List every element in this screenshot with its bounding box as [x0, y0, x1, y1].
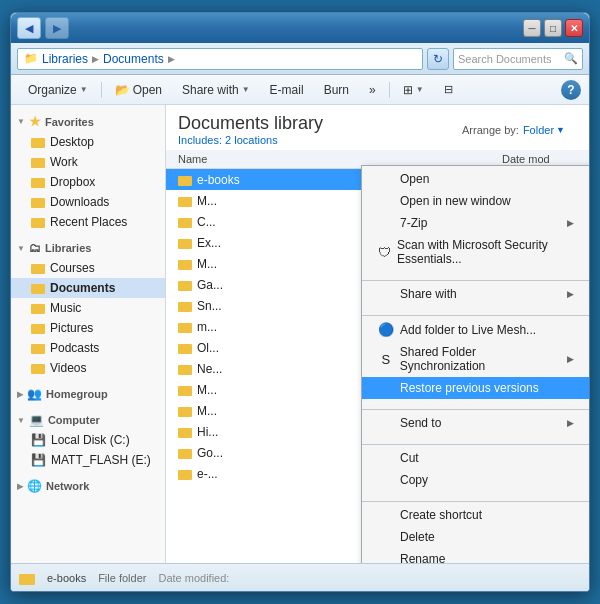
- column-date[interactable]: Date mod: [502, 153, 577, 165]
- sidebar-item-videos[interactable]: Videos: [11, 358, 165, 378]
- view-button[interactable]: ⊞ ▼: [394, 79, 433, 101]
- ctx-item-arrow-icon: ▶: [567, 354, 574, 364]
- context-menu-item-10[interactable]: [362, 399, 589, 407]
- sidebar-item-local-disk[interactable]: 💾 Local Disk (C:): [11, 430, 165, 450]
- ctx-item-label: Copy: [400, 473, 428, 487]
- libraries-header[interactable]: ▼ 🗂 Libraries: [11, 238, 165, 258]
- breadcrumb-libraries[interactable]: Libraries: [42, 52, 88, 66]
- sidebar-item-courses[interactable]: Courses: [11, 258, 165, 278]
- courses-folder-icon: [31, 262, 45, 274]
- breadcrumb-icon: 📁: [24, 52, 38, 65]
- context-menu-item-18[interactable]: Rename: [362, 548, 589, 563]
- file-folder-icon: [178, 300, 192, 312]
- homegroup-label: Homegroup: [46, 388, 108, 400]
- flash-drive-icon: 💾: [31, 453, 46, 467]
- homegroup-header[interactable]: ▶ 👥 Homegroup: [11, 384, 165, 404]
- sidebar-item-work[interactable]: Work: [11, 152, 165, 172]
- share-with-button[interactable]: Share with ▼: [173, 79, 259, 101]
- address-box[interactable]: 📁 Libraries ▶ Documents ▶: [17, 48, 423, 70]
- ctx-item-label: Create shortcut: [400, 508, 482, 522]
- library-subtitle[interactable]: Includes: 2 locations: [178, 134, 323, 146]
- context-menu-item-14[interactable]: Copy: [362, 469, 589, 491]
- forward-button[interactable]: ▶: [45, 17, 69, 39]
- sidebar-item-dropbox[interactable]: Dropbox: [11, 172, 165, 192]
- file-folder-icon: [178, 195, 192, 207]
- context-menu-item-2[interactable]: 7-Zip▶: [362, 212, 589, 234]
- downloads-folder-icon: [31, 196, 45, 208]
- minimize-button[interactable]: ─: [523, 19, 541, 37]
- pane-icon: ⊟: [444, 83, 453, 96]
- context-menu-item-11[interactable]: Send to▶: [362, 412, 589, 434]
- ctx-item-label: Scan with Microsoft Security Essentials.…: [397, 238, 574, 266]
- ctx-item-arrow-icon: ▶: [567, 218, 574, 228]
- status-item-type: File folder: [98, 572, 146, 584]
- context-menu-item-9[interactable]: Restore previous versions: [362, 377, 589, 399]
- favorites-header[interactable]: ▼ ★ Favorites: [11, 111, 165, 132]
- context-menu-item-5[interactable]: Share with▶: [362, 283, 589, 305]
- libraries-section: ▼ 🗂 Libraries Courses Documents Music: [11, 238, 165, 378]
- search-box[interactable]: Search Documents 🔍: [453, 48, 583, 70]
- computer-header[interactable]: ▼ 💻 Computer: [11, 410, 165, 430]
- context-menu-item-6[interactable]: [362, 305, 589, 313]
- file-folder-icon: [178, 447, 192, 459]
- file-folder-icon: [178, 426, 192, 438]
- network-icon: 🌐: [27, 479, 42, 493]
- context-menu-item-13[interactable]: Cut: [362, 447, 589, 469]
- status-bar: e-books File folder Date modified:: [11, 563, 589, 591]
- help-button[interactable]: ?: [561, 80, 581, 100]
- context-menu-item-15[interactable]: [362, 491, 589, 499]
- arrange-dropdown[interactable]: Folder ▼: [523, 124, 565, 136]
- window-controls: ─ □ ✕: [523, 19, 583, 37]
- context-menu-item-1[interactable]: Open in new window: [362, 190, 589, 212]
- sidebar-item-documents[interactable]: Documents: [11, 278, 165, 298]
- context-menu-item-12[interactable]: [362, 434, 589, 442]
- ctx-item-label: Cut: [400, 451, 419, 465]
- open-button[interactable]: 📂 Open: [106, 79, 171, 101]
- breadcrumb-documents[interactable]: Documents: [103, 52, 164, 66]
- share-chevron: ▼: [242, 85, 250, 94]
- sidebar-item-podcasts[interactable]: Podcasts: [11, 338, 165, 358]
- arrange-by: Arrange by: Folder ▼: [450, 120, 577, 140]
- sidebar-item-desktop[interactable]: Desktop: [11, 132, 165, 152]
- context-menu-item-3[interactable]: 🛡Scan with Microsoft Security Essentials…: [362, 234, 589, 270]
- context-menu-item-0[interactable]: Open: [362, 168, 589, 190]
- sidebar-item-downloads[interactable]: Downloads: [11, 192, 165, 212]
- ctx-item-label: Open: [400, 172, 429, 186]
- sidebar: ▼ ★ Favorites Desktop Work Dropbox: [11, 105, 166, 563]
- toolbar: Organize ▼ 📂 Open Share with ▼ E-mail Bu…: [11, 75, 589, 105]
- breadcrumb-arrow-1: ▶: [92, 54, 99, 64]
- more-button[interactable]: »: [360, 79, 385, 101]
- context-menu-item-8[interactable]: SShared Folder Synchronization▶: [362, 341, 589, 377]
- arrange-value: Folder: [523, 124, 554, 136]
- address-bar: 📁 Libraries ▶ Documents ▶ ↻ Search Docum…: [11, 43, 589, 75]
- context-menu-item-17[interactable]: Delete: [362, 526, 589, 548]
- refresh-button[interactable]: ↻: [427, 48, 449, 70]
- back-button[interactable]: ◀: [17, 17, 41, 39]
- sidebar-item-flash-drive[interactable]: 💾 MATT_FLASH (E:): [11, 450, 165, 470]
- homegroup-section: ▶ 👥 Homegroup: [11, 384, 165, 404]
- maximize-button[interactable]: □: [544, 19, 562, 37]
- email-button[interactable]: E-mail: [261, 79, 313, 101]
- library-title: Documents library: [178, 113, 323, 134]
- file-folder-icon: [178, 468, 192, 480]
- context-menu-item-16[interactable]: Create shortcut: [362, 504, 589, 526]
- network-header[interactable]: ▶ 🌐 Network: [11, 476, 165, 496]
- view-icon: ⊞: [403, 83, 413, 97]
- organize-chevron: ▼: [80, 85, 88, 94]
- podcasts-folder-icon: [31, 342, 45, 354]
- ctx-item-label: 7-Zip: [400, 216, 427, 230]
- sidebar-item-music[interactable]: Music: [11, 298, 165, 318]
- close-button[interactable]: ✕: [565, 19, 583, 37]
- computer-label: Computer: [48, 414, 100, 426]
- open-icon: 📂: [115, 83, 130, 97]
- context-menu-item-4[interactable]: [362, 270, 589, 278]
- sidebar-item-recent-places[interactable]: Recent Places: [11, 212, 165, 232]
- column-name[interactable]: Name: [178, 153, 502, 165]
- sidebar-item-pictures[interactable]: Pictures: [11, 318, 165, 338]
- pane-button[interactable]: ⊟: [435, 79, 462, 101]
- network-section: ▶ 🌐 Network: [11, 476, 165, 496]
- organize-button[interactable]: Organize ▼: [19, 79, 97, 101]
- status-item-name: e-books: [47, 572, 86, 584]
- context-menu-item-7[interactable]: 🔵Add folder to Live Mesh...: [362, 318, 589, 341]
- burn-button[interactable]: Burn: [315, 79, 358, 101]
